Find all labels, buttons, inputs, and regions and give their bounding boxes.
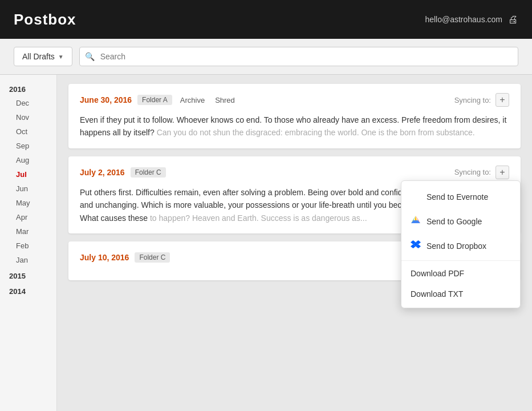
card-2-folder: Folder C: [131, 167, 166, 178]
toolbar: All Drafts ▼ 🔍: [0, 39, 532, 75]
card-1: June 30, 2016 Folder A Archive Shred Syn…: [68, 84, 521, 148]
syncing-label-1: Syncing to:: [454, 96, 491, 104]
sidebar-item-apr[interactable]: Apr: [0, 210, 56, 224]
app-header: Postbox hello@astrohaus.com 🖨: [0, 0, 532, 39]
year-group-2014: 2014: [0, 283, 56, 298]
sidebar-item-mar[interactable]: Mar: [0, 224, 56, 239]
svg-text:E: E: [412, 192, 416, 199]
sidebar-item-feb[interactable]: Feb: [0, 239, 56, 253]
download-pdf-item[interactable]: Download PDF: [401, 263, 520, 284]
content-area: June 30, 2016 Folder A Archive Shred Syn…: [57, 75, 532, 411]
card-1-header: June 30, 2016 Folder A Archive Shred Syn…: [80, 93, 509, 107]
download-pdf-label: Download PDF: [411, 269, 464, 278]
header-right: hello@astrohaus.com 🖨: [425, 14, 518, 26]
printer-icon: 🖨: [508, 14, 518, 26]
year-label-2016: 2016: [0, 80, 56, 96]
dropdown-divider: [401, 260, 520, 261]
sidebar-item-nov[interactable]: Nov: [0, 110, 56, 124]
drafts-dropdown-label: All Drafts: [22, 52, 55, 61]
search-input[interactable]: [79, 47, 518, 66]
google-drive-icon: [411, 215, 421, 228]
year-group-2016: 2016 Dec Nov Oct Sep Aug Jul Jun May Apr…: [0, 80, 56, 267]
add-sync-button-2[interactable]: +: [496, 166, 509, 179]
send-to-dropbox-label: Send to Dropbox: [427, 241, 486, 251]
card-3-folder: Folder C: [135, 252, 170, 263]
card-3-header-left: July 10, 2016 Folder C: [80, 252, 170, 263]
sidebar-item-jun[interactable]: Jun: [0, 182, 56, 196]
svg-marker-6: [411, 220, 420, 223]
add-sync-button-1[interactable]: +: [496, 93, 509, 107]
card-1-date: June 30, 2016: [80, 95, 132, 104]
archive-button[interactable]: Archive: [178, 95, 207, 106]
evernote-icon: E: [411, 190, 421, 203]
sidebar-item-oct[interactable]: Oct: [0, 124, 56, 139]
chevron-down-icon: ▼: [58, 54, 64, 60]
main-layout: 2016 Dec Nov Oct Sep Aug Jul Jun May Apr…: [0, 75, 532, 411]
send-to-evernote-label: Send to Evernote: [427, 192, 488, 202]
send-to-google-label: Send to Google: [427, 217, 482, 226]
shred-button[interactable]: Shred: [213, 95, 237, 106]
card-2-body-faded: to happen? Heaven and Earth. Success is …: [150, 213, 367, 223]
download-txt-item[interactable]: Download TXT: [401, 284, 520, 304]
sidebar-item-may[interactable]: May: [0, 196, 56, 210]
sidebar-item-jan[interactable]: Jan: [0, 253, 56, 267]
sidebar: 2016 Dec Nov Oct Sep Aug Jul Jun May Apr…: [0, 75, 57, 411]
dropbox-icon: [411, 239, 421, 252]
year-group-2015: 2015: [0, 267, 56, 283]
drafts-dropdown[interactable]: All Drafts ▼: [14, 47, 72, 66]
card-1-folder: Folder A: [137, 95, 172, 105]
sidebar-item-jul[interactable]: Jul: [0, 167, 56, 182]
search-container: 🔍: [79, 47, 518, 66]
card-1-body-faded: Can you do not shun the disgraced: embra…: [157, 128, 475, 137]
sync-dropdown: E Send to Evernote Send to Google: [401, 180, 521, 308]
sidebar-item-sep[interactable]: Sep: [0, 139, 56, 153]
card-1-body: Even if they put it to follow. Whoever k…: [80, 114, 509, 139]
card-2-header-right: Syncing to: +: [454, 166, 509, 179]
year-label-2014: 2014: [0, 283, 56, 298]
send-to-evernote-item[interactable]: E Send to Evernote: [401, 184, 520, 209]
card-1-header-right: Syncing to: +: [454, 93, 509, 107]
card-2-header-left: July 2, 2016 Folder C: [80, 167, 166, 178]
search-icon: 🔍: [85, 52, 95, 61]
sidebar-item-aug[interactable]: Aug: [0, 153, 56, 167]
card-2-header: July 2, 2016 Folder C Syncing to: +: [80, 166, 509, 179]
card-2-date: July 2, 2016: [80, 168, 125, 177]
year-label-2015: 2015: [0, 267, 56, 283]
app-logo: Postbox: [14, 11, 76, 29]
send-to-dropbox-item[interactable]: Send to Dropbox: [401, 233, 520, 258]
syncing-label-2: Syncing to:: [454, 168, 491, 176]
user-email: hello@astrohaus.com: [425, 15, 502, 24]
sidebar-item-dec[interactable]: Dec: [0, 96, 56, 110]
send-to-google-item[interactable]: Send to Google: [401, 209, 520, 233]
download-txt-label: Download TXT: [411, 289, 463, 299]
card-3-date: July 10, 2016: [80, 253, 129, 262]
card-1-header-left: June 30, 2016 Folder A Archive Shred: [80, 95, 237, 106]
